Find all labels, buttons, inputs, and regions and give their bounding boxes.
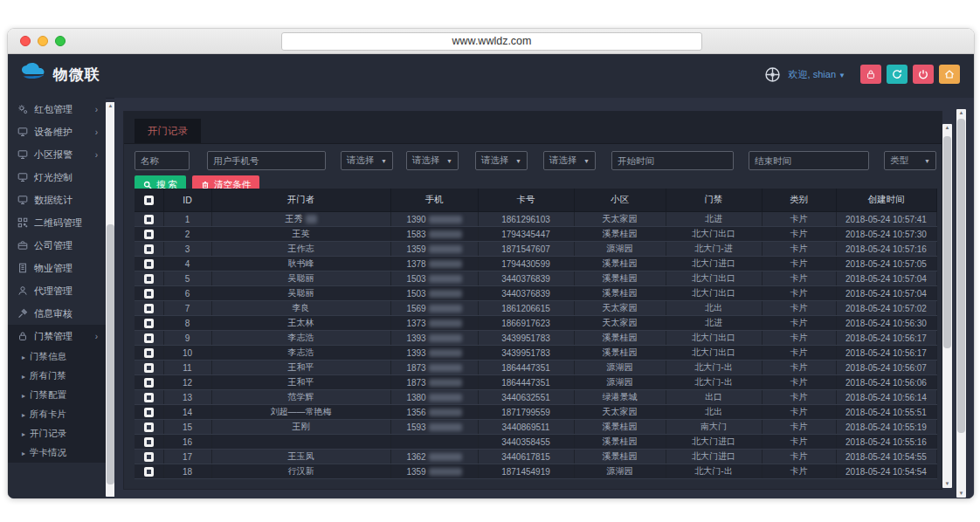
minimize-window-button[interactable]	[38, 36, 48, 46]
sidebar-item[interactable]: 小区报警›	[8, 143, 106, 166]
row-checkbox[interactable]	[144, 304, 154, 313]
browser-window: www.wwldz.com 物微联 欢	[7, 28, 975, 499]
cell-opener: 王太林	[211, 316, 390, 331]
sidebar-item-label: 二维码管理	[34, 216, 82, 230]
sidebar-item[interactable]: 数据统计	[8, 189, 106, 211]
sidebar-item[interactable]: 公司管理	[8, 234, 106, 257]
topbar-actions: 欢迎, shian ▼	[764, 65, 960, 84]
type-select[interactable]: 类型▼	[884, 151, 936, 170]
sidebar-subitem[interactable]: ▸学卡情况	[8, 443, 106, 463]
start-time-input[interactable]	[611, 151, 734, 170]
cell-phone: 1393	[390, 331, 478, 346]
page-scrollbar[interactable]: ▲ ▼	[956, 109, 966, 498]
column-header: 小区	[574, 189, 666, 212]
cell-created: 2018-05-24 10:56:06	[836, 375, 936, 390]
row-checkbox[interactable]	[144, 348, 154, 358]
scrollbar-thumb[interactable]	[957, 119, 965, 433]
scrollbar-thumb[interactable]	[107, 224, 114, 484]
tab-open-door-records[interactable]: 开门记录	[135, 119, 201, 143]
row-checkbox[interactable]	[144, 259, 154, 269]
cell-id: 15	[163, 420, 211, 435]
filter-select[interactable]: 请选择▼	[406, 151, 459, 170]
end-time-input[interactable]	[749, 151, 869, 170]
cell-phone: 1359	[390, 242, 478, 257]
sidebar-subitem[interactable]: ▸门禁配置	[8, 386, 106, 405]
scrollbar-thumb[interactable]	[943, 136, 951, 348]
row-checkbox[interactable]	[144, 230, 154, 239]
helm-icon[interactable]	[764, 66, 781, 83]
maximize-window-button[interactable]	[55, 36, 66, 46]
scroll-up-arrow[interactable]: ▲	[956, 109, 966, 117]
row-checkbox[interactable]	[144, 422, 154, 432]
blurred-phone	[429, 260, 462, 268]
select-all-checkbox[interactable]	[144, 196, 154, 205]
cell-card: 3440376839	[478, 286, 574, 301]
cell-type: 卡片	[762, 390, 836, 405]
monitor-icon	[17, 195, 28, 205]
row-checkbox[interactable]	[144, 437, 154, 447]
caret-down-icon: ▼	[924, 158, 930, 164]
logo-link[interactable]: 物微联	[20, 63, 100, 86]
refresh-button[interactable]	[887, 65, 908, 84]
row-checkbox[interactable]	[144, 289, 154, 299]
scroll-up-arrow[interactable]: ▲	[942, 124, 952, 132]
row-checkbox[interactable]	[144, 378, 154, 388]
row-checkbox[interactable]	[144, 393, 154, 402]
cell-card: 1794430599	[478, 257, 574, 271]
app-title: 物微联	[53, 65, 100, 85]
sidebar-subitem[interactable]: ▸开门记录	[8, 424, 106, 443]
blurred-phone	[429, 409, 462, 416]
cell-id: 2	[163, 227, 211, 242]
scroll-down-arrow[interactable]: ▼	[956, 490, 966, 498]
sidebar-subitem[interactable]: ▸所有门禁	[8, 367, 106, 386]
row-checkbox[interactable]	[144, 274, 154, 284]
row-checkbox[interactable]	[144, 408, 154, 417]
close-window-button[interactable]	[20, 36, 31, 46]
name-filter-input[interactable]	[135, 151, 190, 170]
table-row: 12王和平18731864447351源湖园北大门-出卡片2018-05-24 …	[135, 375, 936, 390]
row-checkbox[interactable]	[144, 333, 154, 343]
sidebar-item[interactable]: 设备维护›	[8, 120, 106, 143]
select-value: 请选择	[347, 155, 375, 167]
filter-select[interactable]: 请选择▼	[341, 151, 393, 170]
row-checkbox[interactable]	[144, 244, 154, 254]
home-button[interactable]	[939, 65, 960, 84]
cell-door: 北大门-出	[666, 464, 762, 479]
sidebar-item[interactable]: 信息审核	[8, 302, 106, 325]
row-checkbox[interactable]	[144, 215, 154, 224]
sidebar-item[interactable]: 灯光控制	[8, 166, 106, 189]
cell-phone: 1359	[390, 464, 478, 479]
filter-select[interactable]: 请选择▼	[475, 151, 528, 170]
caret-down-icon: ▼	[515, 158, 521, 164]
filter-select[interactable]: 请选择▼	[543, 151, 596, 170]
scroll-down-arrow[interactable]: ▼	[942, 480, 952, 488]
cell-opener: 李志浩	[211, 331, 390, 346]
column-header	[135, 189, 163, 212]
phone-filter-input[interactable]	[207, 151, 326, 170]
user-menu[interactable]: 欢迎, shian ▼	[789, 68, 845, 81]
row-checkbox[interactable]	[144, 452, 154, 462]
address-bar[interactable]: www.wwldz.com	[281, 32, 702, 51]
panel-scrollbar[interactable]: ▲ ▼	[942, 124, 952, 488]
cell-created: 2018-05-24 10:57:02	[836, 301, 936, 316]
sidebar-subitem[interactable]: ▸所有卡片	[8, 405, 106, 424]
sidebar-item[interactable]: 二维码管理	[8, 211, 106, 234]
row-checkbox[interactable]	[144, 363, 154, 373]
sidebar-item[interactable]: 门禁管理›	[8, 325, 106, 347]
cell-community: 绿港景城	[574, 390, 666, 405]
sidebar-item[interactable]: 代理管理	[8, 279, 106, 302]
power-button[interactable]	[913, 65, 934, 84]
blurred-phone	[429, 423, 462, 431]
monitor-icon	[17, 172, 28, 182]
sidebar-subitem[interactable]: ▸门禁信息	[8, 347, 106, 367]
row-checkbox[interactable]	[144, 467, 154, 477]
sidebar-item-label: 代理管理	[34, 285, 72, 298]
cell-door: 北大门进口	[666, 450, 762, 464]
row-checkbox[interactable]	[144, 319, 154, 328]
sidebar-item[interactable]: 物业管理	[8, 257, 106, 279]
cell-type: 卡片	[762, 435, 836, 450]
cell-opener: 王作志	[211, 242, 390, 257]
lock-button[interactable]	[860, 65, 881, 84]
cell-opener: 范学辉	[211, 390, 390, 405]
sidebar-item[interactable]: 红包管理›	[8, 98, 106, 120]
